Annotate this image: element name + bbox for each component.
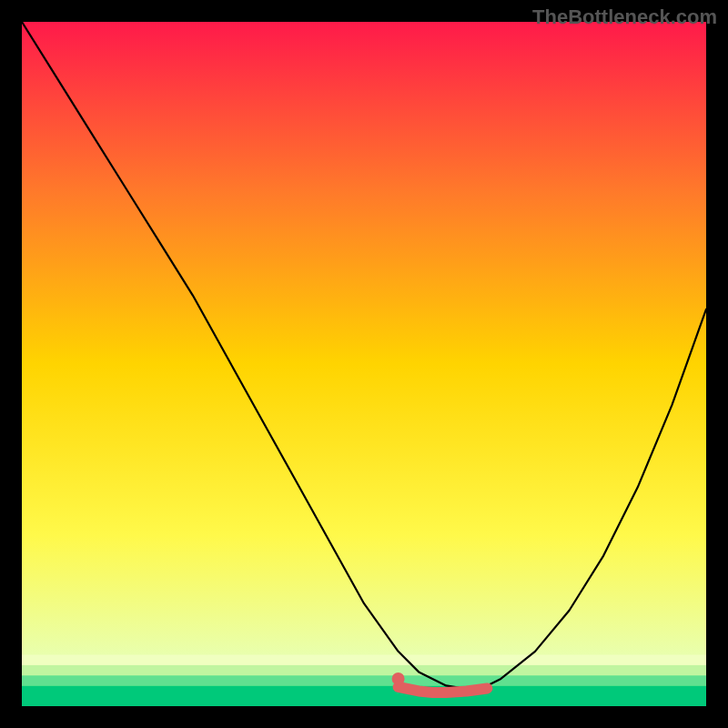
- bottom-band: [22, 655, 706, 665]
- series-flat-highlight: [399, 687, 488, 693]
- marker-dot: [392, 672, 405, 685]
- bottom-band: [22, 675, 706, 685]
- bottom-band: [22, 665, 706, 675]
- plot-area: [22, 22, 706, 706]
- bottom-band: [22, 685, 706, 706]
- watermark-text: TheBottleneck.com: [532, 5, 717, 29]
- chart-container: TheBottleneck.com: [0, 0, 728, 728]
- chart-svg: [22, 22, 706, 706]
